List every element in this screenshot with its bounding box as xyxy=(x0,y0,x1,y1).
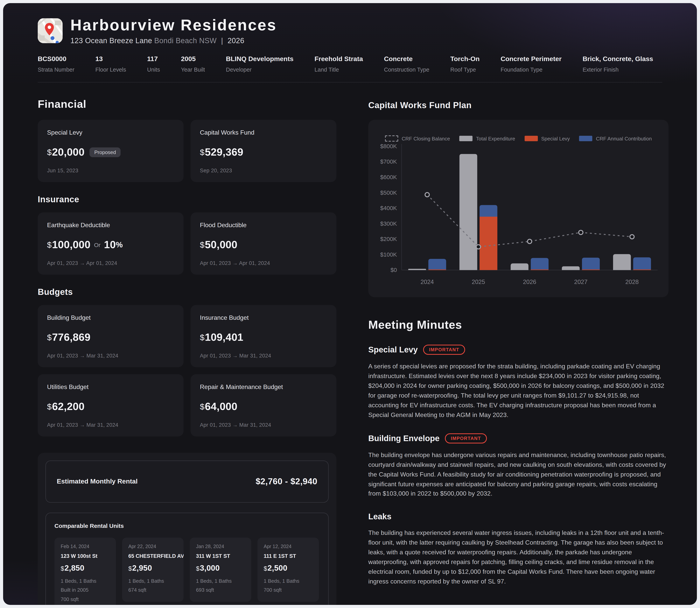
building-budget-card: Building Budget $776,869 Apr 01, 2023 → … xyxy=(38,305,183,367)
budget-cards: Building Budget $776,869 Apr 01, 2023 → … xyxy=(38,305,336,436)
svg-text:$300K: $300K xyxy=(380,220,397,227)
chart-title: Capital Works Fund Plan xyxy=(368,100,668,111)
legend-item-crf-closing-balance: CRF Closing Balance xyxy=(385,135,450,141)
financial-cards: Special Levy $ 20,000 Proposed Jun 15, 2… xyxy=(38,120,336,182)
dashed-line-swatch-icon xyxy=(385,135,398,141)
stat-strata-number: BCS0000Strata Number xyxy=(38,55,75,73)
special-levy-amount: 20,000 xyxy=(52,146,84,158)
stat-construction-type: ConcreteConstruction Type xyxy=(384,55,429,73)
currency-symbol: $ xyxy=(47,148,52,157)
currency-symbol: $ xyxy=(47,333,52,342)
legend-item-special-levy: Special Levy xyxy=(524,135,570,141)
svg-text:2026: 2026 xyxy=(523,279,536,285)
stat-year-built: 2005Year Built xyxy=(181,55,205,73)
stat-exterior-finish: Brick, Concrete, GlassExterior Finish xyxy=(583,55,653,73)
chart-legend: CRF Closing Balance Total Expenditure Sp… xyxy=(375,135,661,141)
header: Harbourview Residences 123 Ocean Breeze … xyxy=(38,16,662,45)
insurance-heading: Insurance xyxy=(38,194,336,205)
minutes-section-special-levy: Special Levy IMPORTANT A series of speci… xyxy=(368,345,668,420)
stat-foundation-type: Concrete PerimeterFoundation Type xyxy=(501,55,562,73)
rental-estimate-value: $2,760 - $2,940 xyxy=(256,476,317,487)
important-badge: IMPORTANT xyxy=(423,345,465,355)
stat-land-title: Freehold StrataLand Title xyxy=(314,55,363,73)
legend-item-crf-annual-contribution: CRF Annual Contribution xyxy=(579,135,652,141)
percent-symbol: % xyxy=(116,241,123,249)
currency-symbol: $ xyxy=(128,565,132,572)
blue-swatch-icon xyxy=(579,136,592,141)
strata-dashboard: Harbourview Residences 123 Ocean Breeze … xyxy=(3,3,697,605)
minutes-section-leaks: Leaks The building has experienced sever… xyxy=(368,512,668,587)
page-title: Harbourview Residences xyxy=(71,16,277,34)
svg-text:$500K: $500K xyxy=(380,189,397,196)
orange-swatch-icon xyxy=(524,136,538,141)
insurance-cards: Earthquake Deductible $ 100,000 Or 10 % … xyxy=(38,212,336,274)
svg-text:$600K: $600K xyxy=(380,174,397,180)
svg-text:$100K: $100K xyxy=(380,251,397,258)
currency-symbol: $ xyxy=(200,402,205,411)
svg-text:$200K: $200K xyxy=(380,236,397,242)
capital-works-fund-amount: 529,369 xyxy=(205,146,243,158)
repair-maintenance-budget-card: Repair & Maintenance Budget $64,000 Apr … xyxy=(191,374,336,436)
svg-text:2028: 2028 xyxy=(625,279,639,285)
rental-unit-card: Apr 22, 2024 65 CHESTERFIELD AVE $2,950 … xyxy=(122,537,183,602)
currency-symbol: $ xyxy=(47,402,52,411)
svg-text:$400K: $400K xyxy=(380,205,397,211)
earthquake-deductible-period: Apr 01, 2023 → Apr 01, 2024 xyxy=(47,260,174,266)
budgets-heading: Budgets xyxy=(38,287,336,297)
rental-unit-card: Feb 14, 2024 123 W 100st St $2,850 1 Bed… xyxy=(55,537,116,605)
address-street: 123 Ocean Breeze Lane xyxy=(71,37,152,45)
legend-item-total-expenditure: Total Expenditure xyxy=(459,135,515,141)
gray-swatch-icon xyxy=(459,136,472,141)
special-levy-card: Special Levy $ 20,000 Proposed Jun 15, 2… xyxy=(38,120,183,182)
currency-symbol: $ xyxy=(47,240,52,249)
financial-heading: Financial xyxy=(38,98,336,111)
stat-floor-levels: 13Floor Levels xyxy=(96,55,126,73)
rental-unit-card: Apr 12, 2024 111 E 1ST ST $2,500 1 Beds,… xyxy=(257,537,319,602)
svg-text:2027: 2027 xyxy=(574,279,588,285)
status-badge: Proposed xyxy=(90,148,120,157)
property-stats-row: BCS0000Strata Number 13Floor Levels 117U… xyxy=(38,55,662,73)
capital-works-chart-panel: CRF Closing Balance Total Expenditure Sp… xyxy=(368,120,668,297)
capital-works-chart: $0$100K$200K$300K$400K$500K$600K$700K$80… xyxy=(375,142,661,290)
property-address: 123 Ocean Breeze Lane Bondi Beach NSW | … xyxy=(71,37,277,45)
map-icon xyxy=(38,18,63,43)
earthquake-deductible-card: Earthquake Deductible $ 100,000 Or 10 % … xyxy=(38,212,183,274)
stat-units: 117Units xyxy=(147,55,160,73)
svg-text:$0: $0 xyxy=(390,267,397,273)
map-thumbnail[interactable] xyxy=(38,18,63,43)
svg-text:$800K: $800K xyxy=(380,143,397,149)
estimated-monthly-rental: Estimated Monthly Rental $2,760 - $2,940 xyxy=(45,460,329,502)
insurance-budget-card: Insurance Budget $109,401 Apr 01, 2023 →… xyxy=(191,305,336,367)
capital-works-fund-card: Capital Works Fund $ 529,369 Sep 20, 202… xyxy=(191,120,336,182)
flood-deductible-card: Flood Deductible $ 50,000 Apr 01, 2023 →… xyxy=(191,212,336,274)
currency-symbol: $ xyxy=(196,565,199,572)
or-label: Or xyxy=(94,242,100,248)
currency-symbol: $ xyxy=(61,565,64,572)
important-badge: IMPORTANT xyxy=(445,433,487,443)
meeting-minutes-heading: Meeting Minutes xyxy=(368,318,668,331)
rental-unit-card: Jan 28, 2024 311 W 1ST ST $3,000 1 Beds,… xyxy=(190,537,251,602)
utilities-budget-card: Utilities Budget $62,200 Apr 01, 2023 → … xyxy=(38,374,183,436)
minutes-section-building-envelope: Building Envelope IMPORTANT The building… xyxy=(368,433,668,499)
special-levy-date: Jun 15, 2023 xyxy=(47,168,174,173)
address-suburb: Bondi Beach NSW xyxy=(154,37,217,45)
rental-panel: Estimated Monthly Rental $2,760 - $2,940… xyxy=(38,453,336,605)
comparable-rental-units: Comparable Rental Units Feb 14, 2024 123… xyxy=(45,513,329,605)
stat-roof-type: Torch-OnRoof Type xyxy=(450,55,480,73)
currency-symbol: $ xyxy=(264,565,267,572)
currency-symbol: $ xyxy=(200,148,205,157)
address-postcode: 2026 xyxy=(228,37,244,45)
capital-works-fund-date: Sep 20, 2023 xyxy=(200,168,327,173)
svg-text:2024: 2024 xyxy=(421,279,434,285)
currency-symbol: $ xyxy=(200,240,205,249)
currency-symbol: $ xyxy=(200,333,205,342)
address-separator: | xyxy=(221,37,223,45)
stat-developer: BLINQ DevelopmentsDeveloper xyxy=(226,55,294,73)
flood-deductible-period: Apr 01, 2023 → Apr 01, 2024 xyxy=(200,260,327,266)
svg-text:2025: 2025 xyxy=(472,279,485,285)
svg-text:$700K: $700K xyxy=(380,158,397,165)
comparable-units-row[interactable]: Feb 14, 2024 123 W 100st St $2,850 1 Bed… xyxy=(55,537,320,605)
